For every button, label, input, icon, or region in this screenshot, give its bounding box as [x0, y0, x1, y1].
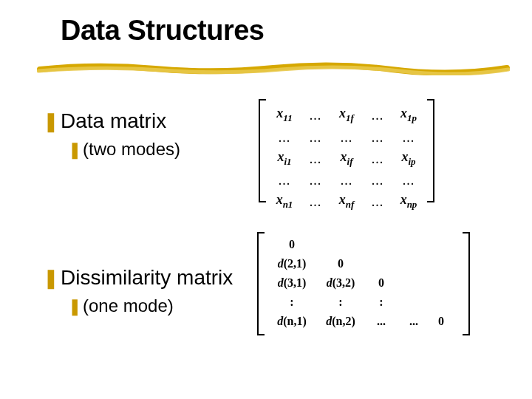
- matrix-row: d(2,1)0: [267, 254, 460, 273]
- sub-bullet-one-mode: ❚(one mode): [68, 296, 174, 316]
- sub-bullet-label: (two modes): [83, 139, 180, 159]
- matrix-cell: :: [365, 293, 398, 312]
- title-underline: [37, 62, 510, 75]
- matrix-cell: 0: [365, 273, 398, 293]
- bullet-label: Dissimilarity matrix: [61, 266, 233, 289]
- matrix-cell: [398, 293, 430, 312]
- matrix-row: xn1...xnf...xnp: [269, 190, 424, 214]
- sub-bullet-label: (one mode): [83, 296, 174, 316]
- matrix-cell: ...: [362, 128, 393, 147]
- matrix-cell: :: [316, 293, 365, 312]
- slide-title: Data Structures: [61, 15, 264, 47]
- matrix-cell: d(2,1): [267, 254, 316, 273]
- matrix-cell: ...: [269, 171, 300, 190]
- matrix-cell: [365, 235, 398, 254]
- matrix-cell: xnp: [393, 190, 424, 214]
- bullet-icon: ❚: [43, 110, 59, 133]
- matrix-cell: ...: [393, 128, 424, 147]
- matrix-cell: xip: [393, 147, 424, 171]
- matrix-row: 0: [267, 235, 460, 254]
- matrix-row: :::: [267, 293, 460, 312]
- matrix-cell: d(3,1): [267, 273, 316, 293]
- matrix-cell: x1p: [393, 103, 424, 128]
- bullet-label: Data matrix: [61, 109, 166, 132]
- matrix-cell: ...: [331, 171, 362, 190]
- matrix-cell: [430, 235, 452, 254]
- matrix-cell: 0: [316, 254, 365, 273]
- sub-bullet-two-modes: ❚(two modes): [68, 139, 180, 160]
- matrix-cell: xi1: [269, 147, 300, 171]
- matrix-cell: [398, 273, 430, 293]
- matrix-cell: xn1: [269, 190, 300, 214]
- matrix-cell: ...: [300, 128, 331, 147]
- matrix-cell: ...: [362, 106, 393, 125]
- matrix-cell: [316, 235, 365, 254]
- data-matrix-body: x11...x1f...x1p...............xi1...xif.…: [269, 103, 424, 214]
- bracket-left-icon: [259, 99, 266, 202]
- matrix-cell: x11: [269, 103, 300, 128]
- matrix-cell: ...: [398, 312, 430, 331]
- bullet-icon: ❚: [43, 267, 59, 290]
- dissimilarity-matrix: 0 d(2,1)0 d(3,1)d(3,2)0 ::: d(n,1)d(n,2)…: [257, 232, 470, 335]
- matrix-cell: ...: [331, 128, 362, 147]
- matrix-cell: xif: [331, 147, 362, 171]
- matrix-row: ...............: [269, 128, 424, 147]
- bullet-icon: ❚: [68, 297, 81, 316]
- bullet-data-matrix: ❚Data matrix: [43, 109, 166, 133]
- matrix-cell: [398, 254, 430, 273]
- matrix-cell: [398, 235, 430, 254]
- dissimilarity-matrix-body: 0 d(2,1)0 d(3,1)d(3,2)0 ::: d(n,1)d(n,2)…: [267, 235, 460, 331]
- matrix-cell: [365, 254, 398, 273]
- matrix-cell: ...: [269, 128, 300, 147]
- matrix-row: xi1...xif...xip: [269, 147, 424, 171]
- matrix-cell: ...: [300, 149, 331, 168]
- matrix-cell: d(n,2): [316, 312, 365, 331]
- bracket-left-icon: [257, 232, 265, 335]
- matrix-cell: d(3,2): [316, 273, 365, 293]
- matrix-row: ...............: [269, 171, 424, 190]
- matrix-cell: 0: [430, 312, 452, 331]
- bullet-icon: ❚: [68, 140, 81, 160]
- matrix-cell: d(n,1): [267, 312, 316, 331]
- bullet-dissimilarity-matrix: ❚Dissimilarity matrix: [43, 266, 233, 290]
- matrix-cell: 0: [267, 235, 316, 254]
- matrix-cell: ...: [300, 106, 331, 125]
- matrix-cell: xnf: [331, 190, 362, 214]
- matrix-cell: ...: [300, 192, 331, 211]
- matrix-cell: [430, 254, 452, 273]
- matrix-cell: [430, 273, 452, 293]
- data-matrix: x11...x1f...x1p...............xi1...xif.…: [259, 99, 434, 202]
- matrix-cell: [430, 293, 452, 312]
- matrix-cell: ...: [393, 171, 424, 190]
- matrix-cell: x1f: [331, 103, 362, 128]
- matrix-row: d(3,1)d(3,2)0: [267, 273, 460, 293]
- bracket-right-icon: [463, 232, 470, 335]
- matrix-cell: ...: [365, 312, 398, 331]
- matrix-row: x11...x1f...x1p: [269, 103, 424, 128]
- bracket-right-icon: [427, 99, 434, 202]
- matrix-cell: ...: [362, 149, 393, 168]
- matrix-cell: ...: [362, 171, 393, 190]
- matrix-cell: ...: [362, 192, 393, 211]
- matrix-cell: :: [267, 293, 316, 312]
- matrix-row: d(n,1)d(n,2)......0: [267, 312, 460, 331]
- matrix-cell: ...: [300, 171, 331, 190]
